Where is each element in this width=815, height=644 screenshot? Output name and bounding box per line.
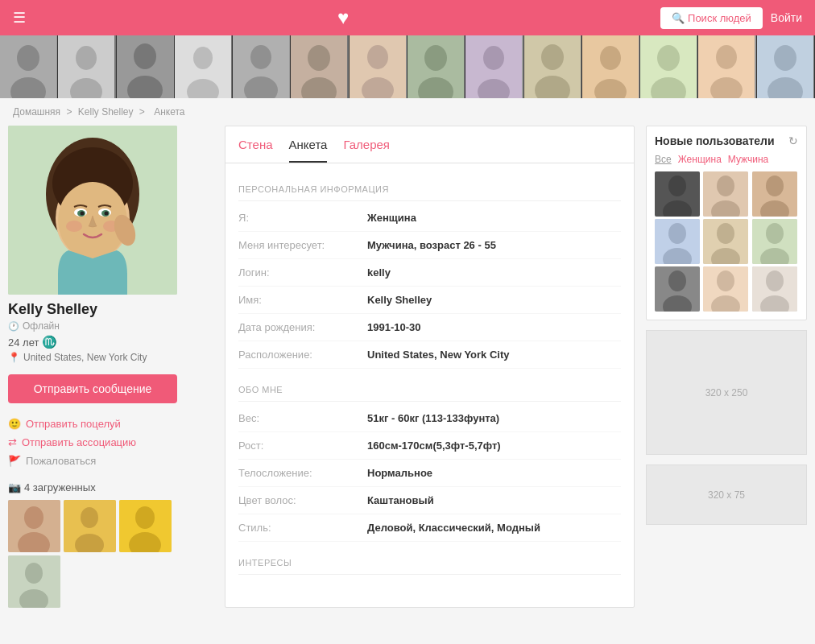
user-thumb-3[interactable] [752,171,797,217]
send-kiss-link[interactable]: 🙂 Отправить поцелуй [8,415,213,433]
svg-point-71 [668,175,686,196]
header-right: 🔍 Поиск людей Войти [660,7,802,29]
svg-point-10 [193,47,213,69]
refresh-icon[interactable]: ↻ [788,134,798,147]
new-users-box: Новые пользователи ↻ Все Женщина Мужчина [646,126,807,320]
photo-strip [0,35,815,98]
svg-point-19 [367,45,388,69]
header: ☰ ♥ 🔍 Поиск людей Войти [0,0,815,35]
svg-point-34 [657,45,680,71]
strip-photo-6[interactable] [291,35,349,98]
filter-links: Все Женщина Мужчина [655,154,798,165]
svg-point-86 [766,223,784,244]
user-thumb-5[interactable] [703,219,748,264]
gender-value: Женщина [367,212,416,224]
strip-photo-14[interactable] [757,35,815,98]
strip-photo-8[interactable] [408,35,465,98]
svg-point-53 [105,212,109,216]
weight-value: 51кг - 60кг (113-133фунта) [367,412,499,424]
photos-count: 📷 4 загруженных [8,481,213,493]
strip-photo-2[interactable] [58,35,116,98]
login-button[interactable]: Войти [771,11,802,24]
height-label: Рост: [238,440,367,452]
info-row-interest: Меня интересует: Мужчина, возраст 26 - 5… [238,232,621,259]
photo-thumb-3[interactable] [119,500,172,552]
name-label: Имя: [238,294,367,306]
right-sidebar: Новые пользователи ↻ Все Женщина Мужчина [646,126,807,608]
profile-photo [8,126,177,295]
strip-photo-7[interactable] [350,35,408,98]
strip-photo-13[interactable] [698,35,756,98]
svg-point-40 [774,45,796,71]
svg-point-7 [134,43,156,69]
user-thumb-8[interactable] [703,266,748,312]
info-row-birthday: Дата рождения: 1991-10-30 [238,314,621,341]
svg-point-1 [17,45,39,71]
send-association-link[interactable]: ⇄ Отправить ассоциацию [8,433,213,452]
strip-photo-5[interactable] [233,35,291,98]
strip-photo-9[interactable] [465,35,523,98]
breadcrumb-home[interactable]: Домашняя [13,106,60,118]
search-people-button[interactable]: 🔍 Поиск людей [660,7,762,29]
main-layout: Kelly Shelley 🕐 Офлайн 24 лет ♏ 📍 United… [0,126,815,624]
filter-female[interactable]: Женщина [678,154,722,165]
tab-profile[interactable]: Анкета [289,138,328,163]
profile-name: Kelly Shelley [8,301,213,318]
svg-point-59 [24,506,43,529]
tabs: Стена Анкета Галерея [225,126,634,163]
tab-gallery[interactable]: Галерея [343,138,390,163]
association-icon: ⇄ [8,436,17,448]
breadcrumb-name[interactable]: Kelly Shelley [78,106,134,118]
body-label: Телосложение: [238,467,367,479]
profile-age: 24 лет ♏ [8,335,213,349]
user-thumb-1[interactable] [655,171,700,217]
send-message-button[interactable]: Отправить сообщение [8,374,177,403]
info-row-height: Рост: 160см-170см(5,3фт-5,7фт) [238,432,621,460]
user-thumb-2[interactable] [703,171,748,217]
user-thumb-6[interactable] [752,219,797,264]
svg-point-25 [483,46,504,70]
info-row-weight: Вес: 51кг - 60кг (113-133фунта) [238,405,621,432]
svg-point-92 [717,270,734,291]
interest-label: Меня интересует: [238,239,367,251]
info-row-location: Расположение: United States, New York Ci… [238,341,621,369]
style-value: Деловой, Классический, Модный [367,522,540,534]
tab-wall[interactable]: Стена [238,138,273,163]
breadcrumb-page: Анкета [154,106,184,118]
info-row-gender: Я: Женщина [238,204,621,232]
photo-thumb-2[interactable] [64,500,116,552]
complaint-link[interactable]: 🚩 Пожаловаться [8,452,213,470]
user-thumb-7[interactable] [655,266,700,312]
svg-point-62 [81,507,98,528]
strip-photo-12[interactable] [640,35,698,98]
info-row-hair: Цвет волос: Каштановый [238,487,621,514]
menu-icon[interactable]: ☰ [13,9,26,27]
user-thumb-4[interactable] [655,219,700,264]
ad-large: 320 x 250 [646,330,807,455]
strip-photo-1[interactable] [0,35,58,98]
filter-all[interactable]: Все [655,154,672,165]
filter-male[interactable]: Мужчина [728,154,768,165]
clock-icon: 🕐 [8,321,19,332]
photo-thumb-4[interactable] [8,555,60,608]
body-value: Нормальное [367,467,432,479]
photo-thumb-1[interactable] [8,500,60,552]
user-thumb-9[interactable] [752,266,797,312]
action-links: 🙂 Отправить поцелуй ⇄ Отправить ассоциац… [8,415,213,470]
svg-point-77 [766,175,784,196]
left-sidebar: Kelly Shelley 🕐 Офлайн 24 лет ♏ 📍 United… [8,126,213,608]
heart-logo-icon: ♥ [337,6,349,29]
strip-photo-4[interactable] [175,35,233,98]
gender-label: Я: [238,212,367,224]
svg-point-52 [81,212,85,216]
svg-point-83 [717,223,734,244]
info-row-login: Логин: kelly [238,259,621,287]
strip-photo-3[interactable] [117,35,175,98]
zodiac-icon: ♏ [42,335,57,349]
strip-photo-10[interactable] [524,35,582,98]
style-label: Стиль: [238,522,367,534]
login-value: kelly [367,266,391,279]
strip-photo-11[interactable] [582,35,640,98]
breadcrumb-sep1: > [66,106,74,118]
name-value: Kelly Shelley [367,294,432,306]
